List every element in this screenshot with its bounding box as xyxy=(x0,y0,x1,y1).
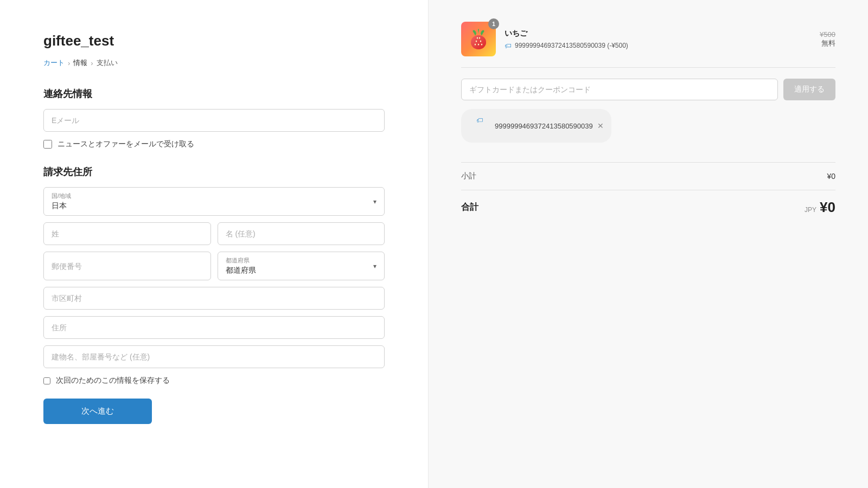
total-label: 合計 xyxy=(461,202,478,213)
newsletter-checkbox[interactable] xyxy=(43,140,52,149)
subtotal-value: ¥0 xyxy=(827,172,835,181)
product-name: いちご xyxy=(505,29,811,38)
svg-point-8 xyxy=(479,37,480,39)
product-quantity-badge: 1 xyxy=(488,18,499,29)
city-group xyxy=(43,287,385,310)
total-divider xyxy=(461,190,835,190)
apply-coupon-button[interactable]: 適用する xyxy=(783,79,835,100)
country-label: 国/地域 xyxy=(52,192,376,200)
building-input[interactable] xyxy=(43,345,385,368)
original-price: ¥500 xyxy=(820,30,835,38)
total-currency: JPY xyxy=(805,206,816,214)
email-group xyxy=(43,109,385,132)
breadcrumb-sep-1: › xyxy=(68,59,70,67)
name-row xyxy=(43,222,385,245)
postal-input[interactable] xyxy=(43,252,211,280)
product-code-row: 🏷 9999999469372413580590039 (-¥500) xyxy=(505,42,811,50)
address-section: 国/地域 日本 ▾ 都道府県 都道府県 ▾ xyxy=(43,187,385,368)
product-price-col: ¥500 無料 xyxy=(820,30,835,48)
total-amount: ¥0 xyxy=(820,199,835,216)
coupon-row: 適用する xyxy=(461,79,835,100)
address-input[interactable] xyxy=(43,316,385,339)
product-row: 1 いちご 🏷 9999999469372413580590039 (-¥500… xyxy=(461,22,835,68)
email-input[interactable] xyxy=(43,109,385,132)
prefecture-label: 都道府県 xyxy=(226,256,377,265)
save-info-checkbox[interactable] xyxy=(43,377,50,384)
breadcrumb-info: 情報 xyxy=(73,58,87,68)
svg-point-7 xyxy=(477,37,478,39)
next-button[interactable]: 次へ進む xyxy=(43,399,152,424)
newsletter-row: ニュースとオファーをメールで受け取る xyxy=(43,139,385,149)
country-select[interactable]: 日本 xyxy=(52,201,376,210)
breadcrumb-payment: 支払い xyxy=(97,58,118,68)
newsletter-label: ニュースとオファーをメールで受け取る xyxy=(58,139,194,149)
svg-point-1 xyxy=(471,35,486,49)
breadcrumb: カート › 情報 › 支払い xyxy=(43,58,385,68)
applied-coupon-tag: 🏷 9999999469372413580590039 ✕ xyxy=(461,109,611,143)
breadcrumb-cart[interactable]: カート xyxy=(43,58,65,68)
tag-icon: 🏷 xyxy=(505,42,512,50)
applied-tag-icon: 🏷 xyxy=(469,113,490,128)
remove-coupon-button[interactable]: ✕ xyxy=(597,122,604,130)
free-price: 無料 xyxy=(820,38,835,48)
coupon-input[interactable] xyxy=(461,79,778,100)
subtotal-label: 小計 xyxy=(461,171,476,181)
svg-point-3 xyxy=(480,41,481,42)
total-value-group: JPY ¥0 xyxy=(805,199,835,216)
svg-point-5 xyxy=(475,44,476,46)
save-info-label: 次回のためのこの情報を保存する xyxy=(56,376,170,386)
breadcrumb-sep-2: › xyxy=(91,59,93,67)
applied-coupon-code: 9999999469372413580590039 xyxy=(495,122,593,130)
first-name-input[interactable] xyxy=(218,222,385,245)
product-code: 9999999469372413580590039 (-¥500) xyxy=(515,42,628,49)
summary-divider xyxy=(461,162,835,163)
prefecture-select[interactable]: 都道府県 xyxy=(226,266,377,274)
postal-prefecture-row: 都道府県 都道府県 ▾ xyxy=(43,252,385,280)
svg-point-6 xyxy=(481,44,482,46)
strawberry-illustration xyxy=(465,26,492,52)
subtotal-row: 小計 ¥0 xyxy=(461,171,835,181)
save-info-row: 次回のためのこの情報を保存する xyxy=(43,376,385,386)
country-group: 国/地域 日本 ▾ xyxy=(43,187,385,216)
contact-section-title: 連絡先情報 xyxy=(43,87,385,100)
building-group xyxy=(43,345,385,368)
billing-section-title: 請求先住所 xyxy=(43,165,385,178)
svg-point-4 xyxy=(478,44,479,46)
total-row: 合計 JPY ¥0 xyxy=(461,199,835,216)
product-image-wrapper: 1 xyxy=(461,22,496,56)
svg-point-2 xyxy=(476,41,477,42)
city-input[interactable] xyxy=(43,287,385,310)
last-name-input[interactable] xyxy=(43,222,211,245)
store-title: giftee_test xyxy=(43,33,385,49)
address-group xyxy=(43,316,385,339)
product-info: いちご 🏷 9999999469372413580590039 (-¥500) xyxy=(505,29,811,50)
